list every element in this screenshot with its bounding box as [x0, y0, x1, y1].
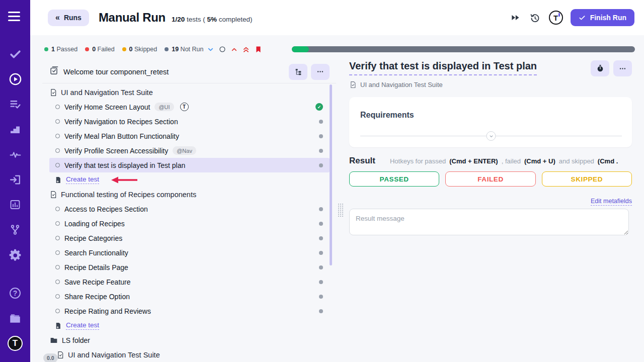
tree-item-label: Access to Recipes Section	[64, 205, 148, 213]
bar-chart-icon[interactable]	[3, 192, 28, 217]
tree-test-row[interactable]: Search Functionality	[49, 245, 330, 260]
tree-header: Welcome tour component_retest	[42, 60, 336, 83]
gear-icon[interactable]	[3, 242, 28, 267]
status-notrun-dot	[319, 207, 323, 211]
tree-item-label: Search Functionality	[64, 249, 128, 257]
test-detail-panel: Verify that test is displayed in Test pl…	[349, 60, 632, 237]
branch-icon[interactable]	[3, 217, 28, 242]
double-chevron-up-icon[interactable]	[243, 46, 250, 53]
result-failed-button[interactable]: FAILED	[445, 171, 535, 187]
test-circle-marker	[55, 207, 60, 211]
timer-button[interactable]	[591, 60, 609, 76]
help-icon[interactable]: ?	[3, 281, 28, 306]
tree-test-row[interactable]: Save Recipe Feature	[49, 275, 330, 289]
topbar-actions: T Finish Run	[509, 9, 634, 26]
tree-suite-row[interactable]: 0.0UI and Navigation Test Suite	[49, 347, 330, 362]
list-check-icon[interactable]	[3, 92, 28, 117]
status-notrun-dot	[319, 163, 323, 167]
breadcrumb-suite: UI and Navigation Test Suite	[360, 81, 443, 88]
run-tree-title: Welcome tour component_retest	[63, 68, 169, 76]
import-icon[interactable]	[3, 167, 28, 192]
tree-test-row[interactable]: Share Recipe Option	[49, 289, 330, 304]
status-dot	[165, 47, 169, 51]
stopwatch-icon	[596, 64, 604, 72]
test-circle-marker	[55, 134, 60, 138]
requirements-title: Requirements	[360, 111, 622, 120]
fast-forward-icon[interactable]	[509, 12, 521, 24]
circle-icon[interactable]	[219, 46, 226, 53]
create-test-row[interactable]: Create test	[49, 318, 330, 333]
test-tag-badge: @Nav	[173, 146, 196, 155]
tree-folder-row[interactable]: LS folder	[49, 333, 330, 347]
folder-icon[interactable]	[3, 306, 28, 331]
create-test-link[interactable]: Create test	[66, 321, 99, 330]
back-to-runs-label: Runs	[64, 14, 82, 22]
suite-count-badge: 0.0	[43, 353, 58, 362]
app-logo[interactable]: T	[3, 331, 28, 356]
activity-icon[interactable]	[3, 142, 28, 167]
test-circle-marker	[55, 280, 60, 284]
test-circle-marker	[55, 119, 60, 124]
tree-test-row[interactable]: Verify Meal Plan Button Functionality	[49, 129, 330, 143]
steps-icon[interactable]	[3, 117, 28, 142]
back-to-runs-button[interactable]: « Runs	[48, 10, 89, 26]
tree-item-label: Loading of Recipes	[64, 220, 125, 228]
chevron-up-icon[interactable]	[231, 46, 237, 53]
tree-test-row[interactable]: Verify that test is displayed in Test pl…	[49, 158, 330, 172]
tree-test-row[interactable]: Verify Profile Screen Accessibility@Nav	[49, 143, 330, 158]
legend-item: 0 Failed	[85, 46, 114, 53]
check-icon[interactable]	[3, 41, 28, 66]
panel-resize-handle[interactable]	[338, 203, 343, 217]
status-notrun-dot	[319, 251, 323, 255]
legend-item: 0 Skipped	[122, 46, 157, 53]
legend-item: 19 Not Run	[165, 46, 203, 53]
requirements-card: Requirements	[349, 97, 632, 147]
tree-test-row[interactable]: Access to Recipes Section	[49, 202, 330, 216]
test-title[interactable]: Verify that test is displayed in Test pl…	[349, 60, 537, 75]
tree-test-row[interactable]: Verify Navigation to Recipes Section	[49, 114, 330, 129]
play-circle-icon[interactable]	[3, 66, 28, 92]
create-test-link[interactable]: Create test	[66, 175, 99, 184]
tree-item-label: Verify Home Screen Layout	[64, 103, 150, 111]
detail-more-button[interactable]	[613, 60, 632, 76]
detail-buttons	[591, 60, 632, 76]
tree-test-row[interactable]: Recipe Rating and Reviews	[49, 304, 330, 318]
tree-view-button[interactable]	[289, 64, 307, 80]
progress-fill	[292, 46, 309, 52]
test-circle-marker	[55, 309, 60, 313]
tree-more-button[interactable]	[311, 64, 330, 80]
tree-test-row[interactable]: Loading of Recipes	[49, 216, 330, 231]
test-circle-marker	[55, 265, 60, 269]
tree-suite-row[interactable]: Functional testing of Recipes components	[49, 187, 330, 202]
page-title: Manual Run	[99, 11, 166, 25]
result-message-input[interactable]	[349, 209, 629, 235]
tree-item-label: UI and Navigation Test Suite	[68, 351, 160, 359]
result-legend: 1 Passed0 Failed0 Skipped19 Not Run	[44, 35, 203, 63]
tree-suite-row[interactable]: UI and Navigation Test Suite	[49, 85, 330, 100]
test-circle-marker	[55, 221, 60, 226]
result-passed-button[interactable]: PASSED	[349, 171, 439, 187]
brand-logo-icon[interactable]: T	[549, 11, 563, 25]
status-notrun-dot	[319, 295, 323, 299]
result-skipped-button[interactable]: SKIPPED	[542, 171, 632, 187]
test-circle-marker	[55, 148, 60, 153]
retry-timer-icon[interactable]	[529, 12, 541, 24]
tree-test-row[interactable]: Recipe Categories	[49, 231, 330, 245]
chevron-down-icon[interactable]	[207, 46, 214, 53]
tree-test-row[interactable]: Recipe Details Page	[49, 260, 330, 275]
create-test-row[interactable]: Create test	[49, 172, 330, 187]
bookmark-icon[interactable]	[255, 45, 262, 54]
priority-filter-icons	[207, 35, 262, 63]
finish-run-button[interactable]: Finish Run	[571, 9, 634, 26]
breadcrumb[interactable]: UI and Navigation Test Suite	[349, 81, 632, 88]
tree-item-label: Share Recipe Option	[64, 293, 130, 301]
tree-item-label: Recipe Rating and Reviews	[64, 307, 151, 315]
red-arrow-annotation	[110, 176, 138, 184]
tree-item-label: Recipe Categories	[64, 234, 122, 242]
requirements-expand-toggle[interactable]	[487, 131, 496, 141]
scrollbar-thumb[interactable]	[330, 84, 332, 265]
tree-test-row[interactable]: Verify Home Screen Layout@UIT✓	[49, 100, 330, 114]
tree-item-label: Verify that test is displayed in Test pl…	[64, 161, 185, 169]
edit-metafields-link[interactable]: Edit metafields	[591, 198, 632, 206]
menu-icon[interactable]	[8, 9, 22, 23]
